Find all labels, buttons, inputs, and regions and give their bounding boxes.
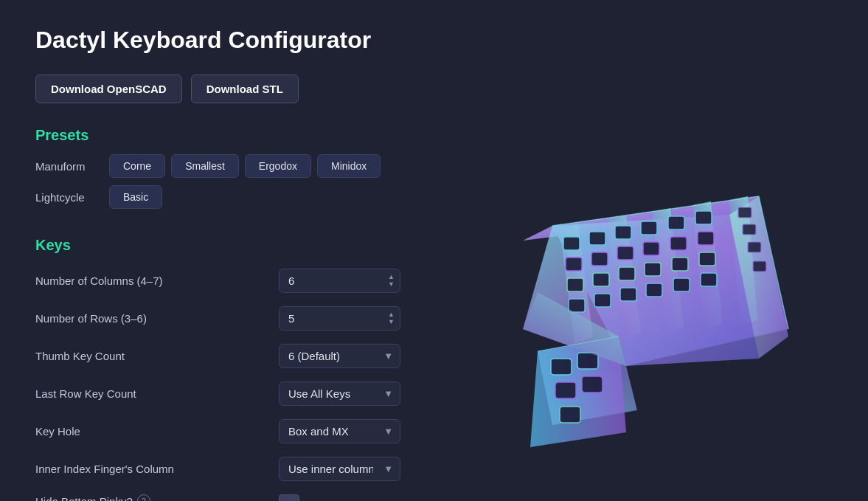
svg-rect-28 — [620, 288, 636, 301]
columns-spin-up: ▲ — [388, 274, 395, 280]
svg-rect-12 — [668, 216, 684, 229]
svg-rect-27 — [594, 294, 611, 307]
last-row-key-count-control: Use All Keys 2 Keys Full Row ▼ — [279, 381, 400, 406]
svg-rect-19 — [698, 232, 714, 245]
inner-index-column-select-wrapper: Use inner column No inner column ▼ — [279, 457, 400, 481]
keyboard-3d-visualization — [479, 182, 818, 462]
preset-corne-button[interactable]: Corne — [109, 154, 165, 178]
svg-rect-13 — [695, 211, 712, 224]
last-row-key-count-select[interactable]: Use All Keys 2 Keys Full Row — [279, 381, 400, 406]
thumb-key-count-row: Thumb Key Count 6 (Default) 3 4 5 ▼ — [35, 339, 463, 373]
svg-rect-11 — [641, 221, 657, 235]
svg-rect-41 — [555, 382, 576, 398]
rows-input-wrapper: ▲ ▼ — [279, 306, 400, 331]
columns-input[interactable] — [279, 269, 400, 293]
key-hole-select-wrapper: Box and MX MX Only Alps ▼ — [279, 419, 400, 443]
keys-section: Keys Number of Columns (4–7) ▲ ▼ — [35, 237, 463, 501]
svg-rect-21 — [593, 273, 609, 286]
columns-label: Number of Columns (4–7) — [35, 274, 279, 287]
rows-row: Number of Rows (3–6) ▲ ▼ — [35, 302, 463, 335]
svg-rect-23 — [645, 263, 661, 276]
inner-index-column-label: Inner Index Finger's Column — [35, 463, 279, 475]
preset-manuform-buttons: Corne Smallest Ergodox Minidox — [109, 154, 381, 178]
rows-spin-down: ▼ — [388, 319, 395, 325]
svg-rect-16 — [617, 246, 633, 260]
presets-section: Presets Manuform Corne Smallest Ergodox … — [35, 127, 463, 216]
left-panel: Presets Manuform Corne Smallest Ergodox … — [35, 127, 463, 501]
svg-rect-35 — [748, 242, 761, 252]
last-row-key-count-row: Last Row Key Count Use All Keys 2 Keys F… — [35, 377, 463, 410]
columns-spin[interactable]: ▲ ▼ — [388, 274, 395, 288]
thumb-key-count-label: Thumb Key Count — [35, 350, 279, 362]
svg-rect-18 — [670, 237, 687, 250]
columns-input-wrapper: ▲ ▼ — [279, 269, 400, 293]
preset-row-manuform: Manuform Corne Smallest Ergodox Minidox — [35, 154, 463, 178]
inner-index-column-row: Inner Index Finger's Column Use inner co… — [35, 452, 463, 486]
svg-rect-33 — [738, 207, 751, 218]
svg-rect-42 — [582, 376, 603, 393]
svg-rect-20 — [567, 278, 583, 291]
key-hole-label: Key Hole — [35, 425, 279, 438]
hide-bottom-pinky-help-icon[interactable]: ? — [137, 494, 150, 501]
svg-rect-29 — [646, 283, 662, 297]
svg-rect-14 — [566, 258, 582, 271]
last-row-key-count-label: Last Row Key Count — [35, 387, 279, 400]
presets-section-title: Presets — [35, 127, 463, 144]
key-hole-control: Box and MX MX Only Alps ▼ — [279, 419, 400, 443]
svg-rect-30 — [673, 278, 690, 291]
svg-rect-31 — [701, 273, 717, 286]
content-area: Presets Manuform Corne Smallest Ergodox … — [35, 127, 833, 501]
svg-marker-7 — [523, 215, 759, 366]
thumb-key-count-control: 6 (Default) 3 4 5 ▼ — [279, 344, 400, 368]
keys-section-title: Keys — [35, 237, 463, 254]
columns-spin-down: ▼ — [388, 281, 395, 288]
right-panel — [463, 127, 833, 501]
inner-index-column-control: Use inner column No inner column ▼ — [279, 457, 400, 481]
thumb-key-count-select[interactable]: 6 (Default) 3 4 5 — [279, 344, 400, 368]
svg-rect-9 — [589, 232, 605, 245]
svg-rect-36 — [753, 261, 766, 272]
svg-rect-43 — [560, 407, 580, 423]
rows-control: ▲ ▼ — [279, 306, 400, 331]
preset-lightcycle-buttons: Basic — [109, 185, 162, 209]
thumb-key-count-select-wrapper: 6 (Default) 3 4 5 ▼ — [279, 344, 400, 368]
rows-input[interactable] — [279, 306, 400, 331]
inner-index-column-select[interactable]: Use inner column No inner column — [279, 457, 400, 481]
download-buttons: Download OpenSCAD Download STL — [35, 75, 833, 103]
svg-rect-8 — [563, 237, 580, 250]
preset-ergodox-button[interactable]: Ergodox — [245, 154, 311, 178]
svg-rect-25 — [699, 252, 715, 266]
preset-smallest-button[interactable]: Smallest — [171, 154, 239, 178]
svg-rect-40 — [577, 353, 598, 369]
download-openscad-button[interactable]: Download OpenSCAD — [35, 75, 182, 103]
key-hole-select[interactable]: Box and MX MX Only Alps — [279, 419, 400, 443]
download-stl-button[interactable]: Download STL — [191, 75, 299, 103]
svg-rect-22 — [619, 267, 635, 280]
svg-rect-10 — [615, 226, 631, 239]
svg-rect-39 — [551, 359, 572, 375]
page-container: Dactyl Keyboard Configurator Download Op… — [0, 0, 868, 501]
preset-basic-button[interactable]: Basic — [109, 185, 162, 209]
preset-manuform-label: Manuform — [35, 160, 102, 173]
columns-row: Number of Columns (4–7) ▲ ▼ — [35, 264, 463, 297]
page-title: Dactyl Keyboard Configurator — [35, 27, 833, 54]
svg-rect-24 — [672, 258, 688, 271]
svg-rect-17 — [643, 242, 659, 255]
columns-control: ▲ ▼ — [279, 269, 400, 293]
svg-rect-15 — [591, 252, 608, 266]
rows-spin-up: ▲ — [388, 311, 395, 318]
preset-lightcycle-label: Lightcycle — [35, 191, 102, 204]
preset-row-lightcycle: Lightcycle Basic — [35, 185, 463, 209]
last-row-key-count-select-wrapper: Use All Keys 2 Keys Full Row ▼ — [279, 381, 400, 406]
key-hole-row: Key Hole Box and MX MX Only Alps ▼ — [35, 415, 463, 448]
hide-bottom-pinky-control — [279, 494, 299, 501]
hide-bottom-pinky-label: Hide Bottom Pinky? ? — [35, 494, 279, 501]
rows-label: Number of Rows (3–6) — [35, 312, 279, 325]
rows-spin[interactable]: ▲ ▼ — [388, 311, 395, 325]
hide-bottom-pinky-row: Hide Bottom Pinky? ? — [35, 490, 463, 501]
hide-bottom-pinky-checkbox[interactable] — [279, 494, 299, 501]
preset-minidox-button[interactable]: Minidox — [317, 154, 381, 178]
svg-rect-26 — [569, 299, 585, 312]
svg-rect-34 — [743, 224, 756, 235]
